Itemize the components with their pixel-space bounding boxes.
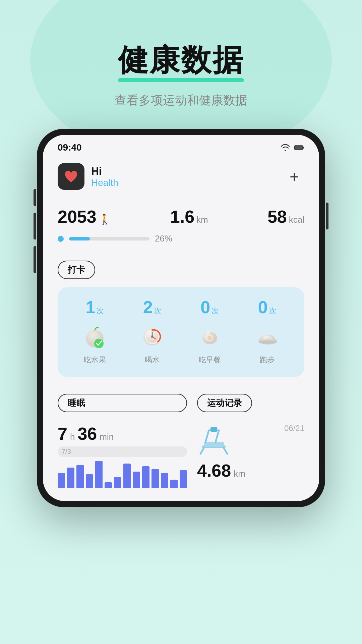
run-label: 跑步 [260, 355, 275, 365]
sleep-hours-unit: h [70, 432, 75, 442]
app-content: Hi Health + 2053 🚶 1.6 km [43, 156, 319, 501]
wifi-icon [280, 144, 290, 151]
header-section: 健康数据 查看多项运动和健康数据 [0, 0, 362, 129]
phone-wrapper: 09:40 [0, 129, 362, 507]
breakfast-label: 吃早餐 [199, 355, 221, 365]
app-health-text: Health [91, 177, 118, 188]
svg-point-4 [94, 339, 104, 348]
app-icon[interactable] [58, 163, 84, 190]
app-name-area: Hi Health [91, 165, 118, 188]
app-hi-text: Hi [91, 165, 118, 177]
sleep-bar [170, 480, 178, 488]
water-label: 喝水 [145, 355, 160, 365]
svg-line-24 [200, 448, 204, 454]
water-icon [139, 323, 166, 350]
steps-value: 2053 [58, 207, 97, 227]
svg-line-25 [224, 448, 227, 454]
water-unit: 次 [154, 306, 162, 316]
sleep-bar [123, 464, 131, 488]
sleep-hours: 7 [58, 424, 67, 444]
svg-rect-19 [204, 442, 224, 447]
sleep-chart [58, 461, 187, 488]
bottom-section: 睡眠 7 h 36 min 7/3 [58, 394, 304, 488]
fruit-icon [81, 323, 108, 350]
silent-button [34, 246, 36, 273]
add-button[interactable]: + [284, 166, 304, 186]
fruit-count-row: 1 次 [85, 297, 104, 317]
progress-area: 26% [58, 233, 304, 244]
run-count-row: 0 次 [258, 297, 277, 317]
steps-icon: 🚶 [99, 213, 111, 225]
sleep-tag[interactable]: 睡眠 [58, 394, 187, 412]
sleep-bar [114, 477, 121, 488]
steps-stat[interactable]: 2053 🚶 [58, 207, 111, 227]
sleep-bar [76, 465, 84, 488]
exercise-tag[interactable]: 运动记录 [197, 394, 252, 412]
status-time: 09:40 [58, 142, 82, 153]
checkin-item-fruit[interactable]: 1 次 [68, 297, 122, 365]
battery-icon [294, 144, 304, 151]
stats-row: 2053 🚶 1.6 km 58 kcal [58, 207, 304, 227]
sleep-bar [152, 469, 159, 488]
svg-line-20 [205, 430, 209, 442]
status-icons [280, 144, 304, 151]
phone-frame: 09:40 [37, 129, 325, 507]
calories-stat[interactable]: 58 kcal [267, 207, 304, 227]
sleep-bar [67, 468, 74, 488]
distance-value: 1.6 [170, 207, 194, 227]
water-count: 2 [143, 297, 153, 317]
progress-bar-fill [69, 237, 90, 240]
sleep-goal-tag: 7/3 [58, 446, 187, 457]
run-count: 0 [258, 297, 268, 317]
app-logo-area: Hi Health [58, 163, 118, 190]
svg-point-17 [259, 340, 277, 344]
treadmill-icon [197, 424, 234, 457]
checkin-card: 1 次 [58, 287, 304, 377]
checkin-tag[interactable]: 打卡 [58, 261, 95, 279]
svg-point-14 [207, 336, 212, 340]
checkin-item-run[interactable]: 0 次 [240, 297, 295, 365]
sleep-bar [86, 474, 93, 488]
sleep-bar [161, 473, 168, 488]
volume-up-button [34, 189, 36, 206]
calories-unit: kcal [289, 215, 304, 225]
sleep-section: 睡眠 7 h 36 min 7/3 [58, 394, 187, 488]
volume-down-button [34, 213, 36, 239]
svg-point-15 [206, 331, 210, 335]
water-count-row: 2 次 [143, 297, 162, 317]
breakfast-count: 0 [200, 297, 210, 317]
sleep-bar [180, 470, 187, 488]
distance-stat[interactable]: 1.6 km [170, 207, 208, 227]
breakfast-count-row: 0 次 [200, 297, 219, 317]
progress-bar-bg [69, 237, 149, 240]
breakfast-icon [196, 323, 223, 350]
fruit-count: 1 [85, 297, 95, 317]
app-header: Hi Health + [58, 163, 304, 190]
run-unit: 次 [269, 306, 277, 316]
fruit-label: 吃水果 [84, 355, 106, 365]
sleep-bar [58, 473, 65, 488]
checkin-item-breakfast[interactable]: 0 次 [183, 297, 237, 365]
breakfast-unit: 次 [212, 306, 219, 316]
sleep-bar [95, 461, 103, 488]
subtitle: 查看多项运动和健康数据 [0, 92, 362, 109]
sleep-bar [105, 482, 112, 488]
power-button [326, 203, 328, 229]
sleep-bar [133, 472, 140, 488]
fruit-unit: 次 [97, 306, 104, 316]
run-icon [254, 323, 281, 350]
svg-line-21 [216, 430, 219, 442]
sleep-stats: 7 h 36 min [58, 424, 187, 444]
exercise-section: 运动记录 [197, 394, 304, 488]
progress-text: 26% [155, 233, 172, 244]
sleep-minutes: 36 [77, 424, 97, 444]
distance-unit: km [196, 215, 208, 225]
title-underline [118, 78, 244, 82]
main-title: 健康数据 [118, 44, 244, 77]
calories-value: 58 [267, 207, 287, 227]
checkin-item-water[interactable]: 2 次 [125, 297, 180, 365]
sleep-minutes-unit: min [100, 432, 114, 442]
svg-rect-1 [303, 147, 304, 148]
status-bar: 09:40 [43, 135, 319, 156]
checkin-grid: 1 次 [68, 297, 294, 365]
